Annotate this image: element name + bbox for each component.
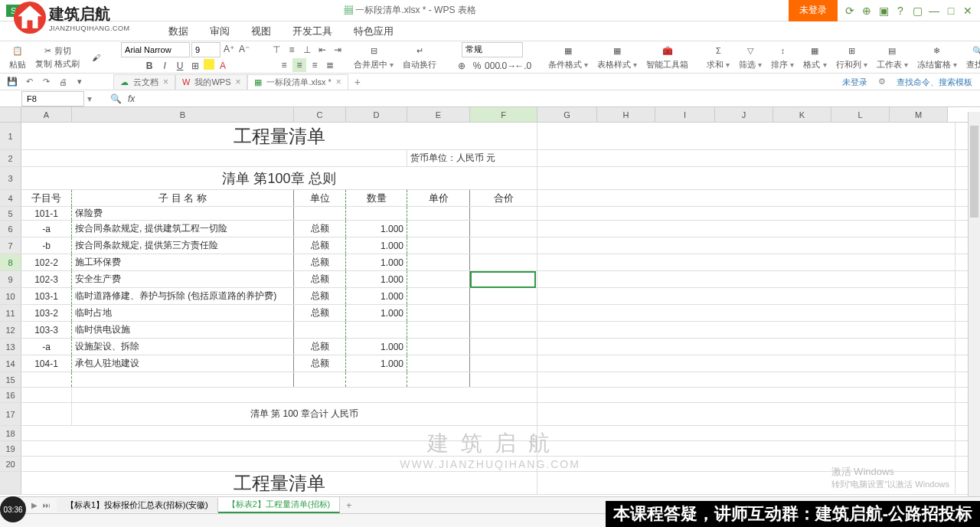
freeze-button[interactable]: ❄冻结窗格 ▾ bbox=[914, 44, 960, 70]
row-header[interactable]: 15 bbox=[0, 372, 21, 387]
paste-group[interactable]: 📋 粘贴 bbox=[6, 44, 29, 70]
italic-button[interactable]: I bbox=[158, 59, 172, 73]
minimize-icon[interactable]: — bbox=[926, 3, 942, 18]
row-header[interactable] bbox=[0, 472, 21, 494]
align-left-icon[interactable]: ≡ bbox=[277, 58, 291, 72]
cell[interactable] bbox=[21, 150, 407, 166]
cell[interactable]: 总额 bbox=[294, 254, 346, 270]
cell[interactable] bbox=[294, 207, 346, 220]
sum-button[interactable]: Σ求和 ▾ bbox=[704, 44, 733, 70]
size-select[interactable] bbox=[191, 42, 220, 57]
cell[interactable] bbox=[407, 271, 470, 287]
sheet-tab-2[interactable]: 【标表2】工程量清单(招标) bbox=[218, 497, 340, 513]
row-header[interactable]: 8 bbox=[0, 254, 21, 270]
sheet-tab-1[interactable]: 【标表1】投标报价汇总表(招标)(安徽) bbox=[57, 498, 218, 512]
cell[interactable] bbox=[21, 388, 72, 402]
menu-special[interactable]: 特色应用 bbox=[354, 25, 394, 38]
cell[interactable] bbox=[537, 441, 956, 456]
col-header[interactable]: I bbox=[655, 107, 715, 122]
format-painter[interactable]: 🖌 bbox=[86, 51, 106, 64]
row-header[interactable]: 9 bbox=[0, 271, 21, 287]
cell[interactable] bbox=[470, 339, 537, 355]
increase-font-icon[interactable]: A⁺ bbox=[222, 42, 236, 56]
cell[interactable] bbox=[537, 322, 956, 338]
cell[interactable]: 1.000 bbox=[346, 237, 407, 254]
cell[interactable] bbox=[537, 190, 956, 206]
login-link[interactable]: 未登录 bbox=[842, 77, 867, 88]
align-right-icon[interactable]: ≡ bbox=[308, 58, 322, 72]
cell[interactable]: 临时道路修建、养护与拆除 (包括原道路的养护费) bbox=[72, 288, 294, 304]
row-header[interactable]: 7 bbox=[0, 237, 21, 254]
sort-button[interactable]: ↕排序 ▾ bbox=[768, 44, 797, 70]
cut-icon[interactable]: ✂ bbox=[44, 46, 51, 56]
col-header[interactable]: C bbox=[294, 107, 346, 122]
cell[interactable]: 103-2 bbox=[21, 305, 72, 321]
sheet-nav-next-icon[interactable]: ▶ bbox=[29, 500, 40, 511]
search-help[interactable]: 查找命令、搜索模板 bbox=[897, 77, 972, 88]
cell[interactable] bbox=[407, 322, 470, 338]
cell[interactable]: -a bbox=[21, 221, 72, 237]
cell[interactable] bbox=[537, 355, 956, 372]
col-header[interactable]: L bbox=[831, 107, 890, 122]
cell[interactable]: 子目号 bbox=[21, 190, 72, 206]
row-header[interactable]: 10 bbox=[0, 288, 21, 304]
cell[interactable]: 总额 bbox=[294, 237, 346, 254]
percent-icon[interactable]: % bbox=[470, 59, 484, 73]
cell[interactable] bbox=[407, 339, 470, 355]
cell[interactable]: 总额 bbox=[294, 288, 346, 304]
cell[interactable]: 103-1 bbox=[21, 288, 72, 304]
cell[interactable] bbox=[470, 355, 537, 372]
merge-button[interactable]: ⊟ 合并居中 ▾ bbox=[351, 44, 397, 70]
bold-button[interactable]: B bbox=[142, 59, 156, 73]
align-center-icon[interactable]: ≡ bbox=[292, 58, 306, 72]
search-fn-icon[interactable]: 🔍 bbox=[110, 93, 122, 104]
tab-cloud[interactable]: ☁云文档× bbox=[113, 74, 175, 90]
find-button[interactable]: 🔍查找 ▾ bbox=[963, 44, 980, 70]
cell[interactable]: 安全生产费 bbox=[72, 271, 294, 287]
row-header[interactable]: 13 bbox=[0, 339, 21, 355]
cell[interactable]: 清单 第100章 总则 bbox=[21, 167, 537, 189]
menu-dev[interactable]: 开发工具 bbox=[292, 25, 332, 38]
cell[interactable] bbox=[72, 372, 294, 387]
copy-format-label[interactable]: 复制 格式刷 bbox=[35, 58, 80, 70]
select-all-corner[interactable] bbox=[0, 107, 21, 122]
cell[interactable]: 总额 bbox=[294, 305, 346, 321]
cell[interactable] bbox=[407, 355, 470, 372]
row-header[interactable]: 1 bbox=[0, 123, 21, 149]
cell[interactable]: 设施架设、拆除 bbox=[72, 339, 294, 355]
row-header[interactable]: 18 bbox=[0, 426, 21, 440]
tab-close-icon[interactable]: × bbox=[235, 77, 240, 87]
tab-mywps[interactable]: W我的WPS× bbox=[175, 74, 247, 90]
cell[interactable]: 1.000 bbox=[346, 254, 407, 270]
row-header[interactable]: 14 bbox=[0, 355, 21, 372]
cell[interactable]: 子 目 名 称 bbox=[72, 190, 294, 206]
border-button[interactable]: ⊞ bbox=[188, 59, 202, 73]
row-header[interactable]: 16 bbox=[0, 388, 21, 402]
underline-button[interactable]: U bbox=[173, 59, 187, 73]
cell[interactable]: 临时占地 bbox=[72, 305, 294, 321]
tab-file[interactable]: ▦一标段清单.xlsx *× bbox=[247, 74, 348, 90]
row-header[interactable]: 12 bbox=[0, 322, 21, 338]
align-top-icon[interactable]: ⊤ bbox=[270, 43, 283, 57]
number-format-select[interactable] bbox=[462, 42, 523, 57]
save-icon[interactable]: 💾 bbox=[6, 76, 18, 88]
cell[interactable]: 合价 bbox=[470, 190, 537, 206]
cell[interactable] bbox=[407, 207, 470, 220]
cell[interactable] bbox=[470, 305, 537, 321]
row-header[interactable]: 17 bbox=[0, 403, 21, 425]
maximize-icon[interactable]: □ bbox=[943, 3, 959, 18]
cell[interactable] bbox=[294, 322, 346, 338]
cell[interactable]: 单位 bbox=[294, 190, 346, 206]
cell[interactable]: 103-3 bbox=[21, 322, 72, 338]
cell[interactable] bbox=[407, 305, 470, 321]
cell[interactable]: 1.000 bbox=[346, 339, 407, 355]
name-box-dd-icon[interactable]: ▾ bbox=[84, 93, 95, 104]
row-header[interactable]: 4 bbox=[0, 190, 21, 206]
cell[interactable]: 施工环保费 bbox=[72, 254, 294, 270]
cell[interactable] bbox=[537, 221, 956, 237]
menu-data[interactable]: 数据 bbox=[168, 25, 188, 38]
row-header[interactable]: 11 bbox=[0, 305, 21, 321]
cell[interactable] bbox=[537, 150, 956, 166]
indent-dec-icon[interactable]: ⇤ bbox=[315, 43, 329, 57]
cell[interactable] bbox=[346, 322, 407, 338]
